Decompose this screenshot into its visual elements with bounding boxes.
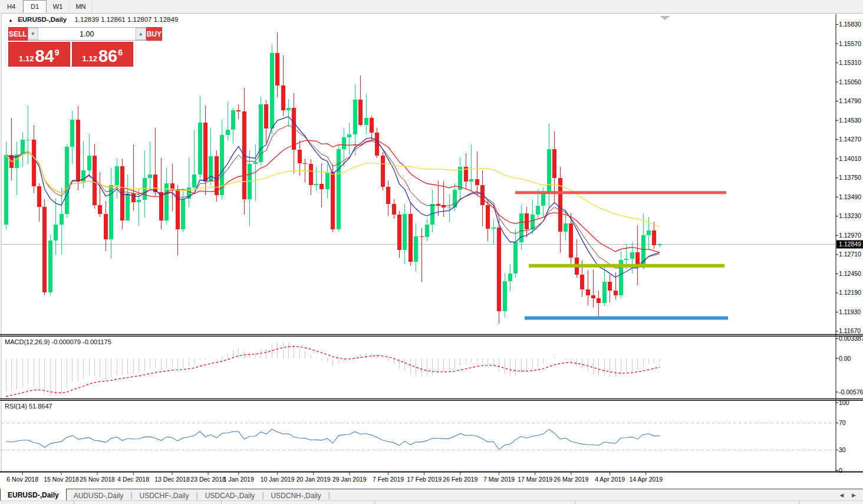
macd-label: MACD(12,26,9) -0.000079 -0.001175 (5, 338, 111, 345)
svg-text:7 Mar 2019: 7 Mar 2019 (483, 476, 515, 483)
svg-text:26 Feb 2019: 26 Feb 2019 (443, 476, 477, 483)
buy-price-main: 86 (98, 48, 117, 65)
svg-text:6 Nov 2018: 6 Nov 2018 (6, 476, 38, 483)
svg-text:7 Feb 2019: 7 Feb 2019 (373, 476, 404, 483)
buy-price-box[interactable]: 1.12 86 6 (72, 42, 134, 67)
tab-scroll-left-icon[interactable]: ◀ (839, 492, 844, 498)
tab-separator: | (328, 489, 330, 501)
chart-title: ▲ EURUSD-,Daily 1.12839 1.12861 1.12807 … (8, 16, 178, 23)
chart-symbol-label: EURUSD-,Daily (18, 16, 67, 23)
svg-text:1.12970: 1.12970 (839, 232, 861, 239)
svg-text:10 Jan 2019: 10 Jan 2019 (261, 476, 295, 483)
svg-text:4 Apr 2019: 4 Apr 2019 (595, 476, 625, 483)
status-strip-separator (221, 501, 222, 504)
sell-price-pip: 9 (55, 48, 60, 57)
svg-text:4 Dec 2018: 4 Dec 2018 (117, 476, 149, 483)
buy-price-prefix: 1.12 (83, 54, 97, 63)
status-strip-separator (74, 501, 74, 504)
one-click-trade-panel: SELL ▼ ▲ BUY 1.12 84 9 1.12 86 6 (8, 27, 133, 67)
svg-text:23 Dec 2018: 23 Dec 2018 (190, 476, 226, 483)
svg-text:1.15830: 1.15830 (839, 21, 861, 28)
status-strip-separator (575, 501, 575, 504)
svg-text:29 Jan 2019: 29 Jan 2019 (332, 476, 367, 483)
scroll-to-end-marker[interactable] (660, 16, 670, 20)
rsi-label: RSI(14) 51.8647 (5, 403, 52, 410)
svg-text:1 Jan 2019: 1 Jan 2019 (223, 476, 254, 483)
svg-text:1.11930: 1.11930 (839, 308, 861, 315)
svg-text:1.12450: 1.12450 (839, 270, 861, 277)
sell-price-prefix: 1.12 (19, 54, 34, 63)
svg-text:20 Jan 2019: 20 Jan 2019 (297, 476, 331, 483)
svg-text:30: 30 (839, 446, 846, 453)
svg-text:1.15570: 1.15570 (839, 40, 861, 47)
svg-text:1.13230: 1.13230 (839, 212, 861, 219)
svg-text:100: 100 (839, 399, 849, 406)
svg-text:1.14270: 1.14270 (839, 136, 861, 143)
svg-text:1.15310: 1.15310 (839, 59, 861, 66)
svg-text:1.13490: 1.13490 (839, 193, 861, 200)
svg-text:25 Nov 2018: 25 Nov 2018 (80, 476, 115, 483)
svg-text:0.003387: 0.003387 (839, 335, 863, 342)
svg-text:17 Feb 2019: 17 Feb 2019 (407, 476, 442, 483)
buy-price-pip: 6 (118, 48, 123, 57)
sell-button[interactable]: SELL (8, 27, 28, 41)
svg-text:1.15050: 1.15050 (839, 78, 861, 85)
svg-text:1.12710: 1.12710 (839, 251, 861, 258)
timeframe-button-d1[interactable]: D1 (23, 0, 47, 13)
svg-text:14 Apr 2019: 14 Apr 2019 (629, 476, 663, 483)
trade-panel-collapse-icon[interactable]: ▲ (8, 18, 13, 23)
tab-eurusd[interactable]: EURUSD-,Daily (0, 489, 67, 501)
timeframe-button-mn[interactable]: MN (70, 0, 93, 13)
volume-decrease-button[interactable]: ▼ (28, 28, 38, 40)
svg-text:1.12849: 1.12849 (839, 241, 861, 248)
svg-text:1.14790: 1.14790 (839, 97, 861, 104)
svg-text:15 Nov 2018: 15 Nov 2018 (44, 476, 79, 483)
tab-usdcad[interactable]: USDCAD-,Daily (198, 489, 262, 501)
status-strip-separator (374, 501, 375, 504)
svg-text:70: 70 (839, 419, 846, 426)
chart-ohlc-values: 1.12839 1.12861 1.12807 1.12849 (74, 16, 178, 23)
svg-text:1.12190: 1.12190 (839, 289, 861, 296)
svg-text:26 Mar 2019: 26 Mar 2019 (554, 476, 588, 483)
svg-text:1.14010: 1.14010 (839, 155, 861, 162)
timeframe-toolbar: H4D1W1MN (0, 0, 863, 14)
status-strip-separator (799, 501, 799, 504)
timeframe-button-h4[interactable]: H4 (0, 0, 23, 13)
svg-text:0.00: 0.00 (839, 355, 851, 362)
svg-text:-0.00576: -0.00576 (839, 388, 863, 396)
svg-text:13 Dec 2018: 13 Dec 2018 (154, 476, 190, 483)
svg-text:1.13750: 1.13750 (839, 174, 861, 181)
tab-usdchf[interactable]: USDCHF-,Daily (133, 489, 196, 501)
svg-text:1.11670: 1.11670 (839, 327, 861, 334)
chart-area[interactable]: 1.158301.155701.153101.150501.147901.145… (0, 0, 863, 504)
tab-scroll-right-icon[interactable]: ▶ (852, 492, 856, 498)
symbol-tab-bar: EURUSD-,DailyAUDUSD-,Daily|USDCHF-,Daily… (0, 489, 863, 501)
svg-text:1.14530: 1.14530 (839, 117, 861, 124)
tab-audusd[interactable]: AUDUSD-,Daily (67, 489, 131, 501)
svg-text:17 Mar 2019: 17 Mar 2019 (518, 476, 552, 483)
buy-button[interactable]: BUY (146, 27, 162, 41)
svg-text:0: 0 (839, 467, 842, 474)
status-strip (0, 500, 863, 504)
volume-spinner: ▼ ▲ (28, 27, 146, 41)
tab-usdcnh[interactable]: USDCNH-,Daily (263, 489, 328, 501)
volume-increase-button[interactable]: ▲ (136, 28, 146, 40)
volume-input[interactable] (38, 28, 136, 40)
timeframe-button-w1[interactable]: W1 (47, 0, 70, 13)
sell-price-box[interactable]: 1.12 84 9 (8, 42, 70, 67)
sell-price-main: 84 (35, 48, 54, 65)
